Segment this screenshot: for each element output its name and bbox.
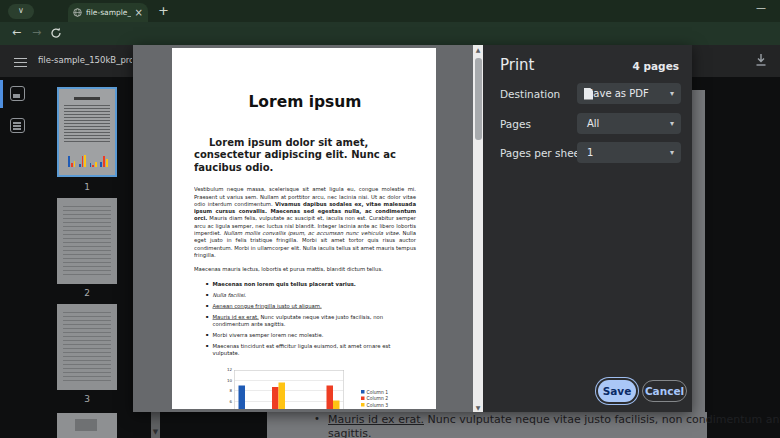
bullet-item: Maecenas tincidunt est efficitur ligula … (206, 342, 416, 357)
bullet-glyph: • (314, 413, 320, 424)
print-dialog: Lorem ipsum Lorem ipsum dolor sit amet, … (133, 45, 692, 412)
preview-page: Lorem ipsum Lorem ipsum dolor sit amet, … (172, 48, 436, 409)
save-button[interactable]: Save (598, 380, 636, 402)
document-paragraph: Vestibulum neque massa, scelerisque sit … (194, 186, 416, 259)
forward-icon[interactable]: → (32, 26, 41, 39)
bar-group (316, 370, 343, 409)
document-paragraph-2: Maecenas mauris lectus, lobortis et puru… (194, 265, 416, 272)
preview-scrollbar[interactable]: ▲ ▼ (473, 45, 483, 412)
pdf-document-title: file-sample_150kB_protected.pdf (38, 55, 132, 65)
legend-item: Column 1 (361, 389, 388, 394)
page-thumbnail-3[interactable] (57, 304, 117, 390)
chevron-down-icon: ▾ (670, 142, 674, 163)
bar (333, 400, 340, 409)
pages-value: All (587, 118, 599, 129)
pages-select[interactable]: All ▾ (577, 113, 681, 134)
document-bullet-list: Maecenas non lorem quis tellus placerat … (194, 280, 416, 357)
thumb1-mini-chart (64, 151, 110, 167)
thumbnail-page-number: 2 (57, 288, 117, 298)
globe-favicon-icon (73, 8, 82, 17)
tab-title: file-sample_150kB_protected.pdf (86, 8, 131, 17)
scroll-down-icon[interactable]: ▼ (473, 404, 483, 411)
sidebar-scrollbar[interactable]: ▼ (151, 412, 160, 438)
destination-label: Destination (500, 88, 560, 100)
print-settings-panel: Print 4 pages Destination Save as PDF ▾ … (483, 45, 692, 412)
bullet-item: Aenean congue fringilla justo ut aliquam… (206, 302, 416, 309)
bar (238, 385, 245, 409)
chevron-down-icon: ∨ (18, 6, 24, 15)
fragment-line-2: sagittis. (328, 427, 371, 438)
pages-per-sheet-select[interactable]: 1 ▾ (577, 142, 681, 163)
chevron-down-icon: ▾ (670, 83, 674, 104)
legend-item: Column 2 (361, 396, 388, 401)
thumb4-image-placeholder (75, 419, 97, 431)
print-dialog-title: Print (500, 56, 535, 74)
tab-strip: ∨ file-sample_150kB_protected.pdf × + — (0, 0, 780, 22)
outline-view-icon[interactable] (10, 118, 25, 133)
print-preview-pane: Lorem ipsum Lorem ipsum dolor sit amet, … (133, 45, 483, 412)
reload-icon[interactable] (50, 27, 62, 39)
cancel-button[interactable]: Cancel (642, 380, 687, 402)
thumbnails-view-icon[interactable] (10, 86, 25, 101)
scroll-up-icon[interactable]: ▲ (473, 46, 483, 53)
page-thumbnail-2[interactable] (57, 198, 117, 284)
active-rail-indicator (0, 80, 3, 108)
fragment-line-1: Mauris id ex erat. Nunc vulputate neque … (328, 413, 780, 426)
document-heading: Lorem ipsum dolor sit amet, consectetur … (194, 136, 416, 174)
browser-toolbar: ← → i File C:/Users/91933/Downloads/file… (0, 22, 780, 45)
document-title: Lorem ipsum (194, 92, 416, 110)
thumb1-text-lines (64, 105, 110, 143)
pages-count: 4 pages (633, 60, 679, 72)
bullet-item: Mauris id ex erat. Nunc vulputate neque … (206, 313, 416, 328)
browser-window: ∨ file-sample_150kB_protected.pdf × + — … (0, 0, 780, 438)
dimmed-page-edge (692, 90, 705, 412)
bullet-item: Maecenas non lorem quis tellus placerat … (206, 280, 416, 287)
menu-icon[interactable] (14, 55, 27, 66)
browser-tab[interactable]: file-sample_150kB_protected.pdf × (68, 3, 148, 22)
bar (279, 383, 286, 409)
bar-group (235, 370, 262, 409)
scrollbar-thumb[interactable] (475, 58, 482, 140)
destination-value: Save as PDF (587, 88, 649, 99)
page-thumbnail-1[interactable] (57, 87, 117, 177)
page-thumbnail-4[interactable] (57, 413, 117, 438)
thumbnail-page-number: 1 (57, 182, 117, 192)
thumb1-title-bar (74, 97, 100, 100)
bar-group (289, 370, 316, 409)
thumbnail-page-number: 3 (57, 394, 117, 404)
pages-per-sheet-label: Pages per sheet (500, 147, 584, 159)
download-icon[interactable] (754, 53, 768, 67)
bar-chart: 024681012 Row 1Row 2Row 3Row 4 Column 1C… (223, 370, 416, 409)
bullet-item: Nulla facilisi. (206, 291, 416, 298)
close-tab-icon[interactable]: × (135, 8, 143, 18)
back-icon[interactable]: ← (12, 26, 21, 39)
scroll-down-icon: ▼ (153, 428, 158, 436)
chart-plot (234, 370, 344, 409)
destination-select[interactable]: Save as PDF ▾ (577, 83, 681, 104)
bar-group (262, 370, 289, 409)
pages-label: Pages (500, 118, 531, 130)
chart-y-axis: 024681012 (223, 370, 234, 409)
chart-legend: Column 1Column 2Column 3 (361, 388, 388, 409)
chevron-down-icon: ▾ (670, 113, 674, 134)
tab-search-button[interactable]: ∨ (8, 4, 34, 19)
bullet-item: Morbi viverra semper lorem nec molestie. (206, 331, 416, 338)
legend-item: Column 3 (361, 402, 388, 407)
dimmed-page-fragment: • Mauris id ex erat. Nunc vulputate nequ… (267, 412, 707, 438)
minimize-window-icon[interactable]: — (756, 2, 766, 13)
pdf-viewer: file-sample_150kB_protected.pdf 1 2 3 ▼ … (0, 45, 780, 438)
new-tab-button[interactable]: + (158, 3, 169, 18)
pages-per-sheet-value: 1 (587, 147, 593, 158)
